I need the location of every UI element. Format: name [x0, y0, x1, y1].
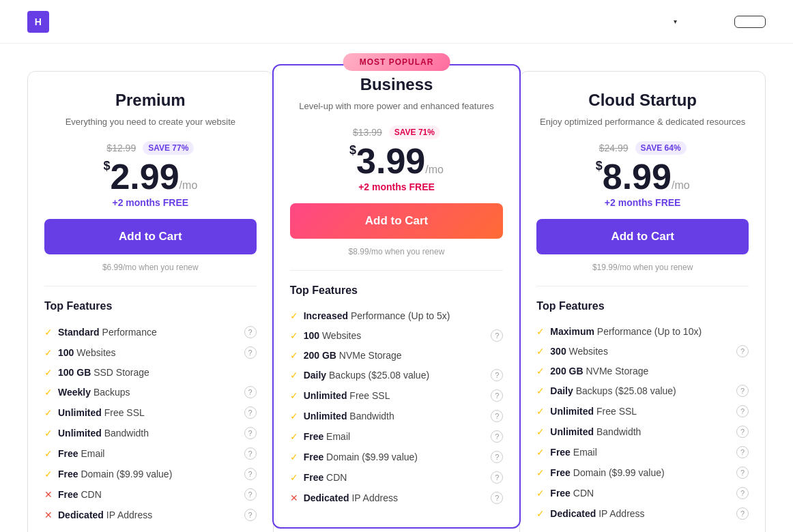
feature-item: ✓ 100 GB SSD Storage — [44, 363, 257, 382]
feature-item: ✓ Maximum Performance (Up to 10x) — [536, 322, 749, 341]
feature-text: Standard Performance — [58, 327, 239, 338]
feature-item: ✓ 100 Websites ? — [290, 325, 504, 346]
free-months-label: +2 months FREE — [44, 197, 257, 208]
price-value: 2.99 — [110, 157, 179, 196]
divider — [536, 286, 749, 286]
info-icon[interactable]: ? — [491, 410, 503, 422]
feature-text: Dedicated IP Address — [58, 509, 239, 520]
info-icon[interactable]: ? — [491, 389, 503, 402]
info-icon[interactable]: ? — [736, 487, 749, 499]
feature-text: Weekly Backups — [58, 387, 239, 398]
plan-card-premium: Premium Everything you need to create yo… — [27, 71, 274, 532]
feature-text: 100 Websites — [58, 347, 239, 358]
chevron-down-icon: ▾ — [674, 18, 677, 25]
info-icon[interactable]: ? — [491, 451, 503, 463]
check-icon: ✓ — [44, 407, 53, 418]
info-icon[interactable]: ? — [244, 326, 257, 338]
feature-text: Daily Backups ($25.08 value) — [550, 385, 731, 396]
navbar-left: H — [27, 11, 72, 33]
price-period: /mo — [179, 179, 198, 191]
top-features-title: Top Features — [290, 284, 504, 297]
price-display: $8.99/mo — [536, 159, 749, 194]
feature-text: Dedicated IP Address — [304, 492, 486, 503]
original-price: $13.99 — [353, 127, 382, 138]
plan-title: Premium — [44, 91, 257, 110]
info-icon[interactable]: ? — [491, 430, 503, 443]
check-icon: ✓ — [290, 330, 298, 341]
main-content: Premium Everything you need to create yo… — [0, 44, 793, 532]
info-icon[interactable]: ? — [244, 386, 257, 398]
check-icon: ✓ — [536, 508, 545, 519]
feature-text: Daily Backups ($25.08 value) — [304, 370, 486, 381]
info-icon[interactable]: ? — [244, 468, 257, 480]
feature-text: Free CDN — [304, 472, 486, 483]
logo[interactable]: H — [27, 11, 55, 33]
feature-item: ✕ Free CDN ? — [44, 484, 257, 505]
info-icon[interactable]: ? — [491, 369, 503, 381]
save-badge: SAVE 77% — [143, 141, 194, 155]
feature-item: ✓ Unlimited Bandwidth ? — [290, 406, 504, 426]
currency-symbol: $ — [596, 153, 603, 173]
info-icon[interactable]: ? — [736, 385, 749, 397]
info-icon[interactable]: ? — [736, 426, 749, 438]
info-icon[interactable]: ? — [244, 488, 257, 501]
info-icon[interactable]: ? — [244, 346, 257, 359]
login-button[interactable] — [734, 16, 766, 28]
info-icon[interactable]: ? — [491, 471, 503, 484]
plan-card-business: MOST POPULAR Business Level-up with more… — [272, 64, 521, 529]
feature-item: ✓ Free Email ? — [44, 443, 257, 464]
check-icon: ✓ — [536, 385, 545, 396]
info-icon[interactable]: ? — [491, 492, 503, 504]
feature-text: Free Email — [304, 431, 486, 442]
feature-item: ✓ Dedicated IP Address ? — [536, 503, 749, 524]
feature-text: Increased Performance (Up to 5x) — [304, 310, 504, 321]
feature-text: Unlimited Free SSL — [550, 406, 731, 417]
top-features-title: Top Features — [536, 300, 749, 312]
feature-text: Unlimited Free SSL — [304, 390, 486, 401]
x-icon: ✕ — [290, 492, 298, 503]
info-icon[interactable]: ? — [244, 427, 257, 439]
feature-text: Unlimited Bandwidth — [550, 426, 731, 437]
price-period: /mo — [672, 179, 690, 191]
free-months-label: +2 months FREE — [536, 197, 749, 208]
pricing-row: $24.99 SAVE 64% — [536, 141, 749, 155]
info-icon[interactable]: ? — [244, 447, 257, 460]
check-icon: ✓ — [536, 426, 545, 437]
info-icon[interactable]: ? — [736, 507, 749, 520]
plan-title: Business — [290, 75, 504, 94]
info-icon[interactable]: ? — [736, 405, 749, 417]
info-icon[interactable]: ? — [491, 329, 503, 342]
check-icon: ✓ — [536, 366, 545, 376]
feature-item: ✓ Weekly Backups ? — [44, 382, 257, 402]
original-price: $12.99 — [106, 143, 136, 153]
feature-list: ✓ Increased Performance (Up to 5x) ✓ 100… — [290, 306, 504, 508]
feature-item: ✓ 200 GB NVMe Storage — [290, 346, 504, 365]
top-features-title: Top Features — [44, 300, 257, 312]
info-icon[interactable]: ? — [736, 446, 749, 458]
nav-hosting[interactable]: ▾ — [671, 18, 677, 25]
feature-list: ✓ Maximum Performance (Up to 10x) ✓ 300 … — [536, 322, 749, 524]
info-icon[interactable]: ? — [736, 345, 749, 357]
feature-item: ✕ Dedicated IP Address ? — [290, 488, 504, 508]
add-to-cart-button[interactable]: Add to Cart — [290, 203, 504, 239]
feature-text: 200 GB NVMe Storage — [550, 366, 749, 376]
add-to-cart-button[interactable]: Add to Cart — [536, 219, 749, 254]
feature-item: ✓ Increased Performance (Up to 5x) — [290, 306, 504, 325]
info-icon[interactable]: ? — [736, 467, 749, 479]
save-badge: SAVE 71% — [389, 125, 440, 139]
price-period: /mo — [425, 164, 444, 175]
check-icon: ✓ — [44, 367, 53, 378]
feature-item: ✓ Free Domain ($9.99 value) ? — [44, 464, 257, 484]
check-icon: ✓ — [536, 467, 545, 478]
feature-text: Maximum Performance (Up to 10x) — [550, 326, 749, 337]
info-icon[interactable]: ? — [244, 509, 257, 521]
price-display: $3.99/mo — [290, 143, 504, 179]
feature-list: ✓ Standard Performance ? ✓ 100 Websites … — [44, 322, 257, 525]
check-icon: ✓ — [290, 472, 298, 483]
feature-item: ✓ 200 GB NVMe Storage — [536, 361, 749, 381]
feature-text: 100 GB SSD Storage — [58, 367, 257, 378]
add-to-cart-button[interactable]: Add to Cart — [44, 219, 257, 254]
divider — [290, 270, 504, 271]
info-icon[interactable]: ? — [244, 407, 257, 419]
feature-item: ✕ Dedicated IP Address ? — [44, 505, 257, 525]
